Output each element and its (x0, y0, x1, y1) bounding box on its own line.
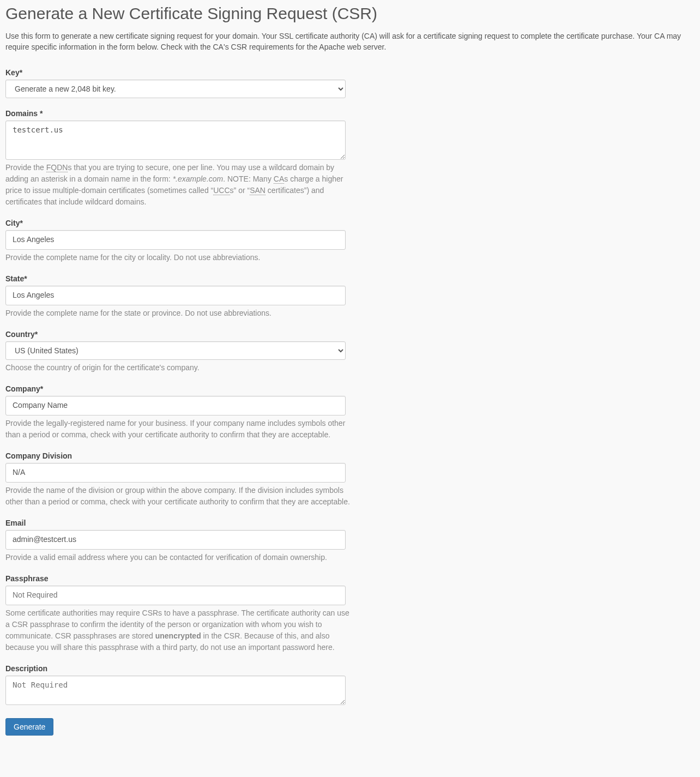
division-input[interactable] (5, 463, 346, 483)
country-select[interactable]: US (United States) (5, 341, 346, 360)
domains-label: Domains * (5, 109, 352, 118)
city-label: City* (5, 219, 352, 227)
company-help: Provide the legally-registered name for … (5, 418, 352, 441)
generate-button[interactable]: Generate (5, 718, 53, 736)
domains-help-example: *.example.com (173, 174, 224, 183)
description-label: Description (5, 664, 352, 673)
description-textarea[interactable] (5, 676, 346, 705)
division-help: Provide the name of the division or grou… (5, 485, 352, 508)
abbr-san: SAN (250, 186, 265, 195)
domains-textarea[interactable]: <span></span> (5, 121, 346, 160)
passphrase-input[interactable] (5, 586, 346, 605)
division-label: Company Division (5, 451, 352, 460)
country-help: Choose the country of origin for the cer… (5, 362, 352, 374)
key-label: Key* (5, 68, 352, 77)
domains-help: Provide the FQDNs that you are trying to… (5, 162, 352, 208)
passphrase-label: Passphrase (5, 574, 352, 583)
country-label: Country* (5, 330, 352, 339)
key-select[interactable]: Generate a new 2,048 bit key. (5, 80, 346, 98)
page-intro: Use this form to generate a new certific… (5, 31, 695, 53)
page-title: Generate a New Certificate Signing Reque… (5, 4, 695, 23)
state-help: Provide the complete name for the state … (5, 308, 352, 319)
city-help: Provide the complete name for the city o… (5, 252, 352, 263)
passphrase-help: Some certificate authorities may require… (5, 607, 352, 653)
domains-help-text: Provide the (5, 163, 46, 172)
abbr-fqdn: FQDN (46, 163, 68, 172)
city-input[interactable] (5, 230, 346, 250)
state-input[interactable] (5, 286, 346, 305)
state-label: State* (5, 274, 352, 283)
domains-help-text: . NOTE: Many (223, 174, 274, 183)
company-input[interactable] (5, 396, 346, 415)
email-label: Email (5, 519, 352, 527)
abbr-ca: CA (274, 174, 284, 184)
email-input[interactable] (5, 530, 346, 550)
company-label: Company* (5, 384, 352, 393)
passphrase-help-strong: unencrypted (155, 631, 201, 640)
abbr-ucc: UCC (213, 186, 230, 195)
email-help: Provide a valid email address where you … (5, 552, 352, 563)
domains-help-text: s” or “ (230, 186, 250, 195)
